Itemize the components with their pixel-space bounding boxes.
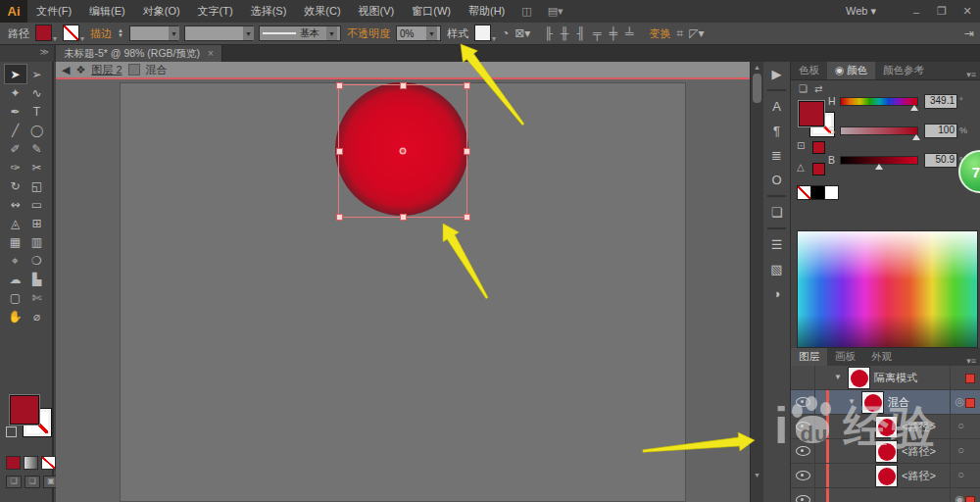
workspace-switcher[interactable]: Web ▾ (846, 5, 876, 18)
slider-h-thumb[interactable] (910, 105, 918, 111)
gradient-tool[interactable]: ▥ (26, 232, 48, 251)
opacity-label[interactable]: 不透明度 (347, 26, 390, 41)
menu-item-4[interactable]: 选择(S) (242, 4, 296, 19)
eyedropper-tool[interactable]: ⌖ (5, 251, 26, 270)
tab-close-icon[interactable]: × (208, 48, 214, 59)
shape-builder-tool[interactable]: ◬ (5, 214, 26, 232)
style-swatch[interactable]: ▾ (474, 25, 496, 43)
align-left-icon[interactable]: ╟ (542, 26, 555, 40)
draw-normal-button[interactable]: ❏ (6, 476, 22, 488)
menu-item-1[interactable]: 编辑(E) (80, 4, 134, 19)
swap-fill-stroke-icon[interactable]: ⇄ (814, 83, 822, 94)
slider-h-track[interactable] (840, 97, 918, 106)
target-icon[interactable]: ◉ (955, 493, 964, 502)
menu-item-7[interactable]: 窗口(W) (403, 4, 460, 19)
stroke-label[interactable]: 描边 (90, 26, 112, 41)
blend-tool[interactable]: ❍ (26, 251, 48, 270)
layer-label[interactable]: <路径> (902, 469, 936, 483)
canvas-vertical-scrollbar[interactable]: ▲ ▼ (750, 62, 763, 502)
app-logo[interactable]: Ai (0, 0, 27, 23)
fill-proxy-swatch[interactable] (10, 395, 39, 425)
links-panel-icon[interactable]: ❏ (763, 200, 790, 225)
mesh-tool[interactable]: ▦ (5, 232, 26, 251)
align-right-icon[interactable]: ╢ (574, 26, 587, 40)
restore-button[interactable]: ❐ (929, 5, 955, 18)
breadcrumb-object[interactable]: 混合 (146, 63, 168, 77)
slice-tool[interactable]: ✄ (26, 288, 48, 307)
direct-selection-tool[interactable]: ➢ (26, 65, 48, 83)
selection-center-point[interactable] (401, 149, 405, 153)
more-options-icon[interactable]: ◸▾ (689, 26, 704, 40)
symbols-panel-icon[interactable]: ▶ (763, 62, 790, 86)
selection-handle-0[interactable] (336, 82, 343, 89)
layer-thumbnail[interactable] (875, 465, 898, 487)
breadcrumb-layer[interactable]: 图层 2 (91, 63, 122, 77)
selection-bounding-box[interactable] (338, 84, 467, 218)
layers-tab-1[interactable]: 画板 (827, 348, 863, 366)
slider-s-thumb[interactable] (912, 134, 920, 140)
recolor-artwork-icon[interactable]: ◔ (502, 26, 509, 40)
selection-handle-5[interactable] (336, 214, 343, 221)
type-tool[interactable]: T (26, 102, 48, 121)
symbol-sprayer-tool[interactable]: ☁ (5, 270, 26, 288)
close-button[interactable]: ✕ (955, 5, 980, 18)
none-mode-button[interactable] (41, 456, 56, 470)
stroke-color-swatch[interactable]: ▾ (63, 25, 84, 43)
character-panel-icon[interactable]: A (763, 94, 790, 119)
arrange-documents-icon[interactable]: ▤▾ (540, 5, 571, 18)
style-label[interactable]: 样式 (447, 26, 468, 41)
visibility-cell[interactable] (791, 366, 815, 389)
layer-row-0[interactable]: ▼隔离模式 (791, 366, 980, 390)
color-tab-0[interactable]: 色板 (791, 62, 827, 79)
fill-color-swatch[interactable]: ▾ (35, 25, 57, 43)
visibility-cell[interactable] (791, 464, 815, 487)
web-safe-color-swatch[interactable] (812, 141, 825, 154)
layers-tab-0[interactable]: 图层 (791, 348, 827, 366)
default-fill-stroke-icon[interactable] (6, 427, 17, 437)
hand-tool[interactable]: ✋ (5, 307, 26, 326)
scroll-down-icon[interactable]: ▼ (754, 472, 760, 478)
web-safe-cube-icon[interactable]: ⊡ (797, 140, 805, 151)
bridge-icon[interactable]: ◫ (514, 5, 539, 18)
panel-dock-icon[interactable]: ⇥ (964, 26, 974, 40)
selection-handle-1[interactable] (400, 82, 407, 89)
expander-icon[interactable]: ▼ (834, 373, 842, 381)
target-icon[interactable]: ○ (957, 469, 964, 480)
gamut-warning-icon[interactable]: △ (797, 162, 805, 173)
slider-s-track[interactable] (840, 126, 918, 135)
none-swatch[interactable] (797, 185, 811, 200)
ellipse-tool[interactable]: ◯ (26, 121, 48, 139)
isolate-selected-icon[interactable]: ⊠▾ (514, 26, 530, 40)
width-tool[interactable]: ↭ (5, 195, 26, 214)
lasso-tool[interactable]: ∿ (26, 83, 48, 102)
document-tab[interactable]: 未标题-5* @ 98% (RGB/预览) × (56, 45, 222, 62)
brush-definition-dropdown[interactable]: 基本▼ (259, 25, 341, 41)
menu-item-6[interactable]: 视图(V) (350, 4, 404, 19)
visibility-cell[interactable] (791, 488, 815, 502)
scale-tool[interactable]: ◱ (26, 176, 48, 195)
selection-handle-6[interactable] (400, 214, 407, 221)
transform-label[interactable]: 变换 (649, 26, 670, 41)
selection-handle-7[interactable] (464, 214, 470, 221)
rotate-tool[interactable]: ↻ (5, 176, 26, 195)
paintbrush-tool[interactable]: ✐ (5, 139, 26, 158)
pencil-tool[interactable]: ✎ (26, 139, 48, 158)
transparency-panel-icon[interactable]: ◑ (763, 281, 790, 306)
free-transform-tool[interactable]: ▭ (26, 195, 48, 214)
align-bottom-icon[interactable]: ╧ (623, 26, 636, 40)
minimize-button[interactable]: – (904, 6, 929, 18)
layer-row-5[interactable]: ◉ (791, 488, 980, 502)
slider-b-value[interactable]: 50.9 (924, 153, 957, 168)
color-tab-menu-icon[interactable]: ▾≡ (966, 70, 980, 79)
stroke-weight-dropdown[interactable]: ▼ (129, 25, 178, 41)
layer-thumbnail[interactable] (848, 367, 870, 389)
scrollbar-thumb[interactable] (753, 74, 761, 103)
layers-tab-2[interactable]: 外观 (863, 348, 900, 366)
draw-behind-button[interactable]: ❏ (24, 476, 40, 488)
gamut-color-swatch[interactable] (812, 163, 825, 176)
menu-item-8[interactable]: 帮助(H) (460, 4, 514, 19)
slider-h-value[interactable]: 349.1 (924, 94, 957, 109)
target-icon[interactable]: ◎ (955, 395, 964, 408)
gradient-panel-icon[interactable]: ▧ (763, 257, 790, 281)
target-icon[interactable]: ○ (957, 444, 964, 456)
